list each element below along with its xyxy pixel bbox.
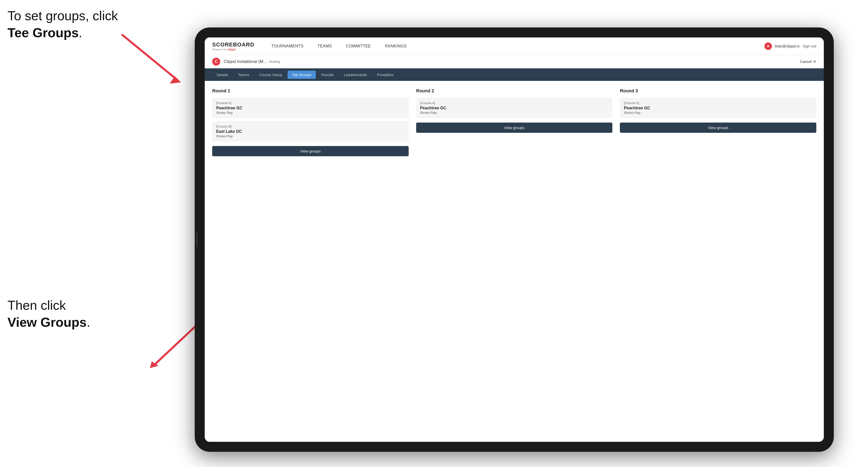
cancel-button[interactable]: Cancel ✕ [800, 59, 816, 64]
sign-out-link[interactable]: Sign out [803, 44, 816, 48]
round-3-course-a-label: [Course A] [624, 101, 812, 105]
instruction-bottom: Then click View Groups. [7, 297, 90, 331]
round-3-column: Round 3 [Course A] Peachtree GC Stroke P… [620, 88, 816, 156]
nav-committee[interactable]: COMMITTEE [344, 43, 373, 50]
round-3-course-a-type: Stroke Play [624, 111, 812, 115]
logo-area: SCOREBOARD Powered by clippit [212, 41, 254, 51]
arrow-tee-groups [117, 30, 187, 85]
round-1-column: Round 1 [Course A] Peachtree GC Stroke P… [212, 88, 409, 156]
tournament-name: Clippd Invitational (M... [224, 59, 267, 64]
nav-teams[interactable]: TEAMS [315, 43, 334, 50]
arrow-view-groups [145, 322, 200, 372]
svg-line-0 [122, 35, 177, 80]
round-2-course-a-card: [Course A] Peachtree GC Stroke Play [416, 98, 613, 118]
round-2-course-a-label: [Course A] [420, 101, 609, 105]
round-2-column: Round 2 [Course A] Peachtree GC Stroke P… [416, 88, 613, 156]
user-email: blair@clippd.io [775, 44, 800, 48]
round-2-title: Round 2 [416, 88, 613, 94]
hosting-badge: Hosting [269, 60, 280, 63]
round-3-course-a-name: Peachtree GC [624, 106, 812, 110]
main-content: Round 1 [Course A] Peachtree GC Stroke P… [205, 81, 824, 442]
tournament-logo: C [212, 58, 220, 66]
round-1-course-b-name: East Lake GC [216, 129, 405, 134]
tab-bar: Details Teams Course Setup Tee Groups Re… [205, 68, 824, 81]
instruction-top: To set groups, click Tee Groups. [7, 7, 118, 41]
round-2-course-a-name: Peachtree GC [420, 106, 609, 110]
round-1-title: Round 1 [212, 88, 409, 94]
logo-scoreboard: SCOREBOARD [212, 41, 254, 48]
round-1-course-a-card: [Course A] Peachtree GC Stroke Play [212, 98, 409, 118]
tab-course-setup[interactable]: Course Setup [255, 71, 287, 79]
instruction-bottom-line2: View Groups [7, 315, 87, 330]
round-1-view-groups-button[interactable]: View groups [212, 146, 409, 156]
round-1-course-a-type: Stroke Play [216, 111, 405, 115]
tablet-side-button [196, 232, 198, 247]
tournament-bar: C Clippd Invitational (M... Hosting Canc… [205, 55, 824, 68]
tab-printables[interactable]: Printables [372, 71, 398, 79]
nav-tournaments[interactable]: TOURNAMENTS [269, 43, 306, 50]
rounds-container: Round 1 [Course A] Peachtree GC Stroke P… [212, 88, 816, 156]
instruction-top-line1: To set groups, click [7, 8, 118, 23]
user-avatar: B [765, 42, 772, 50]
svg-line-2 [155, 327, 195, 365]
tab-teams[interactable]: Teams [234, 71, 254, 79]
nav-rankings[interactable]: RANKINGS [383, 43, 409, 50]
tab-leaderboards[interactable]: Leaderboards [339, 71, 371, 79]
tablet-device: SCOREBOARD Powered by clippit TOURNAMENT… [195, 27, 834, 452]
round-1-course-a-name: Peachtree GC [216, 106, 405, 110]
round-1-course-b-card: [Course B] East Lake GC Stroke Play [212, 121, 409, 142]
svg-marker-1 [170, 76, 181, 84]
round-1-course-b-type: Stroke Play [216, 134, 405, 138]
instruction-top-line2: Tee Groups [7, 26, 79, 40]
tablet-screen: SCOREBOARD Powered by clippit TOURNAMENT… [205, 37, 824, 442]
tab-tee-groups[interactable]: Tee Groups [287, 71, 316, 79]
round-3-title: Round 3 [620, 88, 816, 94]
tab-results[interactable]: Results [317, 71, 338, 79]
instruction-bottom-line1: Then click [7, 298, 66, 312]
nav-right: B blair@clippd.io Sign out [765, 42, 816, 50]
cancel-x-icon: ✕ [813, 59, 816, 64]
round-3-course-a-card: [Course A] Peachtree GC Stroke Play [620, 98, 816, 118]
top-navigation: SCOREBOARD Powered by clippit TOURNAMENT… [205, 37, 824, 55]
tab-details[interactable]: Details [212, 71, 232, 79]
round-2-course-a-type: Stroke Play [420, 111, 609, 115]
round-1-course-b-label: [Course B] [216, 125, 405, 128]
round-3-view-groups-button[interactable]: View groups [620, 123, 816, 133]
round-2-view-groups-button[interactable]: View groups [416, 123, 613, 133]
round-1-course-a-label: [Course A] [216, 101, 405, 105]
logo-sub: Powered by clippit [212, 48, 254, 51]
